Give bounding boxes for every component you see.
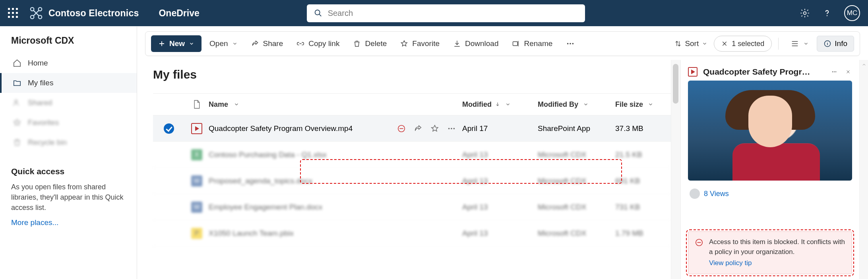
size-value: 1.79 MB <box>615 229 643 238</box>
share-icon[interactable] <box>414 124 422 133</box>
size-value: 691 KB <box>615 177 640 185</box>
download-button[interactable]: Download <box>448 35 504 52</box>
star-icon <box>400 40 408 48</box>
selection-chip[interactable]: 1 selected <box>714 36 772 52</box>
view-policy-tip-link[interactable]: View policy tip <box>709 258 752 268</box>
sidebar-item-home[interactable]: Home <box>0 53 137 73</box>
info-icon <box>823 40 831 48</box>
modified-value: April 17 <box>462 124 488 133</box>
delete-label: Delete <box>365 39 387 48</box>
search-box[interactable] <box>307 4 585 22</box>
info-button[interactable]: Info <box>817 36 854 52</box>
share-label: Share <box>263 39 283 48</box>
sort-button[interactable]: Sort <box>670 39 711 48</box>
app-name[interactable]: OneDrive <box>159 8 199 19</box>
sidebar-item-shared[interactable]: Shared <box>0 93 137 113</box>
video-thumbnail[interactable] <box>688 81 852 181</box>
modified-by-value: SharePoint App <box>538 124 590 133</box>
modified-value: April 13 <box>462 177 488 185</box>
column-modified-by[interactable]: Modified By <box>538 100 615 109</box>
avatar-icon <box>690 189 700 199</box>
table-row[interactable]: W Employee Engagement Plan.docx April 13… <box>153 194 671 220</box>
ellipsis-icon[interactable] <box>447 124 456 133</box>
favorite-button[interactable]: Favorite <box>395 35 445 52</box>
download-label: Download <box>465 39 499 48</box>
scrollbar-thumb[interactable] <box>673 64 678 104</box>
svg-point-4 <box>315 10 320 15</box>
trash-icon <box>353 40 361 48</box>
ellipsis-icon[interactable] <box>830 67 839 76</box>
sidebar-item-favorites[interactable]: Favorites <box>0 113 137 133</box>
svg-point-7 <box>15 100 17 102</box>
list-scrollbar[interactable] <box>671 60 680 279</box>
video-file-icon <box>688 67 698 77</box>
chevron-down-icon <box>583 102 589 107</box>
size-value: 21.5 KB <box>615 150 642 159</box>
file-name[interactable]: Contoso Purchasing Data - Q1.xlsx <box>209 150 327 159</box>
sidebar-item-myfiles[interactable]: My files <box>0 73 137 93</box>
file-name[interactable]: Quadcopter Safety Program Overview.mp4 <box>209 124 353 133</box>
open-button[interactable]: Open <box>204 35 243 52</box>
column-file-size-label: File size <box>615 100 643 109</box>
policy-tip-banner: Access to this item is blocked. It confl… <box>688 231 852 274</box>
panel-scrollbar[interactable] <box>859 60 868 279</box>
rename-label: Rename <box>524 39 552 48</box>
svg-point-16 <box>453 128 455 129</box>
delete-button[interactable]: Delete <box>347 35 392 52</box>
help-icon[interactable] <box>822 8 832 18</box>
more-places-link[interactable]: More places... <box>0 217 137 229</box>
table-row[interactable]: X Contoso Purchasing Data - Q1.xlsx Apri… <box>153 142 671 168</box>
row-checkbox[interactable] <box>164 123 174 134</box>
file-icon <box>193 100 201 109</box>
table-row[interactable]: P X1050 Launch Team.pbix April 13 Micros… <box>153 220 671 246</box>
column-modified[interactable]: Modified <box>462 100 538 109</box>
file-name[interactable]: X1050 Launch Team.pbix <box>209 229 294 238</box>
trash-icon <box>13 138 21 147</box>
plus-icon <box>158 40 165 47</box>
modified-value: April 13 <box>462 229 488 238</box>
command-bar: New Open Share Copy link Delete Favo <box>145 31 860 56</box>
table-row[interactable]: Quadcopter Safety Program Overview.mp4 A… <box>153 115 671 142</box>
column-modified-by-label: Modified By <box>538 100 578 109</box>
views-link[interactable]: 8 Views <box>688 181 852 203</box>
rename-button[interactable]: Rename <box>506 35 558 52</box>
svg-rect-8 <box>513 42 518 46</box>
size-value: 37.3 MB <box>615 124 643 133</box>
link-icon <box>296 40 304 48</box>
sidebar-item-recyclebin[interactable]: Recycle bin <box>0 133 137 152</box>
sidebar-item-label: Shared <box>28 98 52 107</box>
sort-icon <box>674 40 682 47</box>
modified-by-value: Microsoft CDX <box>538 177 586 185</box>
copylink-button[interactable]: Copy link <box>291 35 345 52</box>
column-name[interactable]: Name <box>209 100 462 109</box>
star-icon <box>13 118 21 127</box>
page-title: My files <box>153 68 671 81</box>
file-name[interactable]: Employee Engagement Plan.docx <box>209 203 322 212</box>
view-options-button[interactable] <box>785 35 814 52</box>
share-button[interactable]: Share <box>246 35 289 52</box>
column-file-size[interactable]: File size <box>615 100 671 109</box>
table-row[interactable]: W Proposed_agenda_topics.docx April 13 M… <box>153 168 671 194</box>
overflow-button[interactable] <box>560 35 580 52</box>
chevron-down-icon <box>803 41 809 46</box>
brand-logo-icon <box>29 6 43 20</box>
sidebar-item-label: Home <box>28 59 48 67</box>
user-avatar[interactable]: MC <box>844 5 860 21</box>
search-input[interactable] <box>328 9 578 18</box>
new-button[interactable]: New <box>151 35 202 52</box>
arrow-down-icon <box>495 102 500 107</box>
scroll-up-icon[interactable] <box>861 62 867 68</box>
brand-text: Contoso Electronics <box>48 8 139 19</box>
file-name[interactable]: Proposed_agenda_topics.docx <box>209 177 312 185</box>
blocked-icon <box>695 238 703 247</box>
settings-icon[interactable] <box>800 8 810 18</box>
close-icon[interactable] <box>844 68 852 76</box>
modified-value: April 13 <box>462 203 488 212</box>
star-icon[interactable] <box>430 124 439 133</box>
chevron-down-icon <box>702 41 707 46</box>
sidebar-item-label: My files <box>28 79 53 87</box>
chevron-down-icon <box>232 41 238 46</box>
site-title: Microsoft CDX <box>0 35 137 53</box>
close-icon[interactable] <box>721 40 728 47</box>
app-launcher-icon[interactable] <box>8 8 18 18</box>
